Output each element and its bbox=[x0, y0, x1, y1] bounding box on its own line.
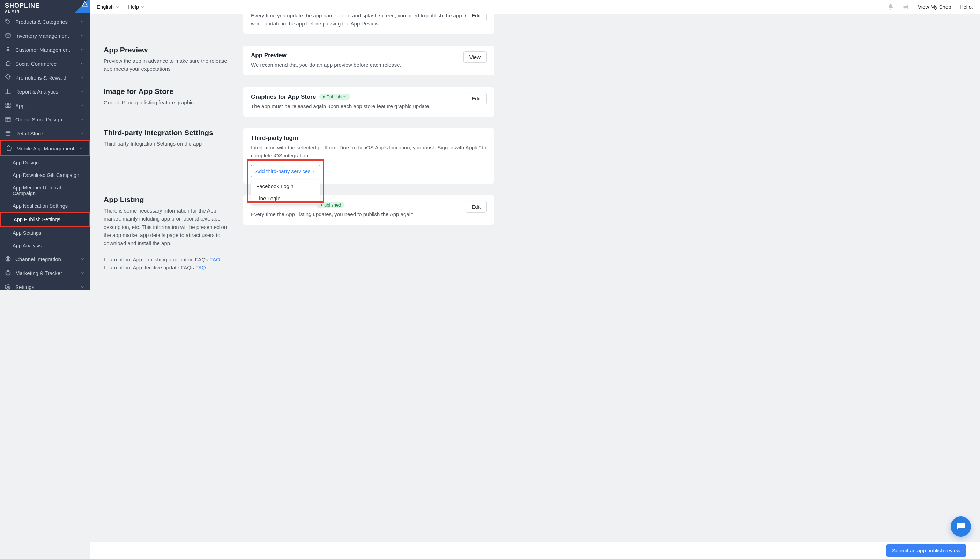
edit-button[interactable]: Edit bbox=[465, 14, 487, 21]
sidebar-item-report[interactable]: Report & Analytics bbox=[0, 84, 90, 98]
section-desc: Google Play app listing feature graphic bbox=[104, 98, 229, 106]
lang-switch[interactable]: English bbox=[97, 4, 120, 10]
menu-item-facebook[interactable]: Facebook Login bbox=[251, 180, 320, 192]
add-thirdparty-dropdown[interactable]: Add third-party services bbox=[251, 165, 320, 177]
edit-button[interactable]: Edit bbox=[465, 201, 487, 212]
chevron-down-icon bbox=[80, 284, 85, 289]
subnav-app-notification[interactable]: App Notification Settings bbox=[0, 200, 90, 212]
sidebar-item-retail[interactable]: Retail Store bbox=[0, 126, 90, 140]
grid-icon bbox=[5, 102, 11, 109]
subnav-app-design[interactable]: App Design bbox=[0, 156, 90, 169]
box-icon bbox=[5, 33, 11, 39]
svg-rect-3 bbox=[9, 103, 10, 105]
sidebar-item-label: Social Commerce bbox=[15, 61, 56, 67]
sidebar-item-label: Online Store Design bbox=[15, 117, 62, 122]
subnav-app-settings[interactable]: App Settings bbox=[0, 227, 90, 239]
sidebar-item-online-store[interactable]: Online Store Design bbox=[0, 112, 90, 126]
section-title-thirdparty: Third-party Integration Settings bbox=[104, 128, 229, 137]
subnav-app-download-gift[interactable]: App Download Gift Campaign bbox=[0, 169, 90, 182]
card-title: Third-party login bbox=[251, 135, 298, 142]
chevron-down-icon bbox=[80, 103, 85, 108]
brand-sub: ADMIN bbox=[5, 10, 85, 13]
gear-icon bbox=[5, 284, 11, 290]
section-title-preview: App Preview bbox=[104, 46, 229, 54]
subnav-app-analysis[interactable]: App Analysis bbox=[0, 239, 90, 252]
svg-point-10 bbox=[8, 273, 8, 273]
brand-corner-logo bbox=[74, 0, 90, 13]
svg-point-0 bbox=[7, 20, 7, 21]
chart-icon bbox=[5, 88, 11, 94]
sidebar-item-label: Settings bbox=[15, 284, 34, 290]
section-title-image: Image for App Store bbox=[104, 87, 229, 96]
help-menu[interactable]: Help bbox=[128, 4, 145, 10]
card-graphics: Graphics for App Store Published The app… bbox=[243, 87, 494, 117]
main-content: Every time you update the app name, logo… bbox=[90, 14, 508, 290]
store-icon bbox=[5, 130, 11, 136]
svg-rect-4 bbox=[6, 106, 7, 108]
chevron-down-icon bbox=[80, 89, 85, 94]
edit-button[interactable]: Edit bbox=[465, 93, 487, 104]
card-text: The app must be released again upon each… bbox=[251, 103, 487, 111]
sidebar-item-inventory[interactable]: Inventory Management bbox=[0, 29, 90, 43]
sidebar-item-label: Marketing & Tracker bbox=[15, 270, 62, 276]
thirdparty-menu: Facebook Login Line Login bbox=[251, 180, 320, 205]
faq-link[interactable]: FAQ bbox=[195, 265, 206, 270]
sidebar-item-label: Report & Analytics bbox=[15, 89, 58, 94]
chevron-down-icon bbox=[312, 169, 316, 174]
sidebar-item-label: Products & Categories bbox=[15, 19, 68, 25]
card-text: Every time you update the app name, logo… bbox=[251, 14, 487, 28]
sidebar-item-mobile-app[interactable]: Mobile App Management bbox=[0, 140, 90, 156]
status-badge: ublished bbox=[317, 202, 344, 208]
svg-rect-6 bbox=[6, 117, 10, 121]
card-text: We recommend that you do an app preview … bbox=[251, 61, 487, 69]
sidebar-item-apps[interactable]: Apps bbox=[0, 98, 90, 112]
section-desc: Preview the app in advance to make sure … bbox=[104, 57, 229, 73]
sidebar-item-label: Channel Integration bbox=[15, 256, 61, 262]
card-title: Graphics for App Store bbox=[251, 94, 316, 101]
chevron-down-icon bbox=[116, 5, 120, 9]
chevron-down-icon bbox=[80, 61, 85, 66]
chevron-up-icon bbox=[79, 146, 84, 151]
section-desc: Third-party Integration Settings on the … bbox=[104, 140, 229, 147]
tag-icon bbox=[5, 18, 11, 25]
chevron-down-icon bbox=[80, 117, 85, 122]
chevron-down-icon bbox=[80, 270, 85, 275]
sidebar-item-label: Mobile App Management bbox=[17, 146, 74, 151]
svg-rect-5 bbox=[9, 106, 10, 108]
sidebar-item-promotions[interactable]: Promotions & Reward bbox=[0, 71, 90, 84]
status-badge: Published bbox=[319, 94, 350, 100]
sidebar-item-customer[interactable]: Customer Management bbox=[0, 43, 90, 56]
sidebar-item-social[interactable]: Social Commerce bbox=[0, 56, 90, 71]
card-app-name-edit: Every time you update the app name, logo… bbox=[243, 14, 494, 34]
chevron-down-icon bbox=[80, 131, 85, 136]
chevron-down-icon bbox=[80, 256, 85, 261]
card-title: App Preview bbox=[251, 52, 286, 59]
sidebar-item-channel[interactable]: Channel Integration bbox=[0, 252, 90, 266]
subnav-app-publish[interactable]: App Publish Settings bbox=[0, 212, 90, 227]
chevron-down-icon bbox=[80, 33, 85, 38]
sidebar-item-label: Inventory Management bbox=[15, 33, 69, 39]
sidebar-item-products[interactable]: Products & Categories bbox=[0, 15, 90, 29]
chat-icon bbox=[5, 60, 11, 67]
faq-link[interactable]: FAQ bbox=[210, 256, 220, 262]
globe-icon bbox=[5, 256, 11, 262]
chevron-down-icon bbox=[141, 5, 145, 9]
sidebar-item-label: Retail Store bbox=[15, 131, 43, 136]
sidebar-item-label: Apps bbox=[15, 103, 27, 109]
card-text: Every time the App Listing updates, you … bbox=[251, 210, 487, 218]
sidebar-item-label: Promotions & Reward bbox=[15, 74, 66, 81]
subnav-app-referral[interactable]: App Member Referral Campaign bbox=[0, 182, 90, 200]
chevron-down-icon bbox=[80, 47, 85, 52]
sidebar: SHOPLINE ADMIN Products & Categories Inv… bbox=[0, 0, 90, 290]
sidebar-item-marketing[interactable]: Marketing & Tracker bbox=[0, 266, 90, 280]
topbar: English Help View My Shop Hello, bbox=[90, 0, 508, 14]
target-icon bbox=[5, 270, 11, 276]
svg-point-1 bbox=[7, 48, 9, 50]
menu-item-line[interactable]: Line Login bbox=[251, 192, 320, 205]
svg-point-11 bbox=[7, 286, 9, 288]
sidebar-item-settings[interactable]: Settings bbox=[0, 280, 90, 290]
sidebar-item-label: Customer Management bbox=[15, 47, 70, 53]
view-button[interactable]: View bbox=[464, 51, 487, 63]
layout-icon bbox=[5, 116, 11, 122]
card-text: Integrating with the selected platform. … bbox=[251, 144, 487, 159]
